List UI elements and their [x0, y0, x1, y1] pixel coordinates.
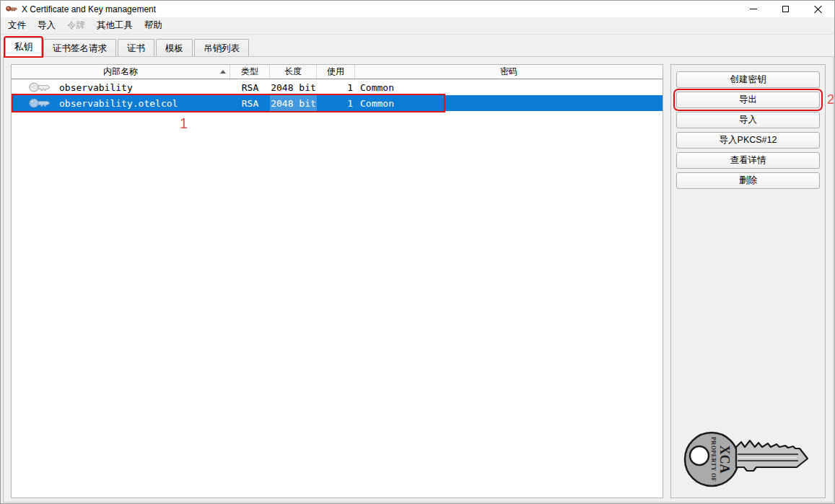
tab-templates[interactable]: 模板 — [156, 39, 193, 56]
key-type: RSA — [230, 79, 270, 95]
tab-csr[interactable]: 证书签名请求 — [43, 39, 116, 56]
blue-key-icon — [29, 98, 52, 108]
private-key-table: 内部名称 类型 长度 使用 密码 observability RSA 2048 … — [11, 64, 663, 498]
key-password: Common — [355, 95, 663, 111]
menu-item-help[interactable]: 帮助 — [139, 17, 168, 34]
header-internal-name-label: 内部名称 — [103, 66, 138, 78]
close-icon — [814, 5, 822, 13]
key-type: RSA — [230, 95, 270, 111]
delete-button[interactable]: 删除 — [676, 172, 820, 189]
window-controls — [737, 1, 834, 17]
app-key-icon — [6, 5, 17, 14]
key-name: observability.otelcol — [59, 98, 178, 109]
key-use-count: 1 — [317, 95, 355, 111]
annotation-label-2: 2 — [827, 92, 834, 107]
header-use[interactable]: 使用 — [317, 65, 355, 79]
maximize-button[interactable] — [769, 1, 802, 17]
tab-revocation-lists[interactable]: 吊销列表 — [194, 39, 249, 56]
silver-key-icon — [29, 82, 52, 92]
table-row-observability-otelcol[interactable]: observability.otelcol RSA 2048 bit 1 Com… — [12, 95, 663, 111]
tab-certificates[interactable]: 证书 — [118, 39, 154, 56]
header-type[interactable]: 类型 — [230, 65, 270, 79]
annotation-label-1: 1 — [180, 115, 188, 132]
tab-private-keys[interactable]: 私钥 — [5, 37, 42, 56]
import-pkcs12-button[interactable]: 导入PKCS#12 — [676, 132, 820, 149]
minimize-button[interactable] — [737, 1, 769, 17]
export-button[interactable]: 导出 — [676, 92, 820, 108]
menu-item-file[interactable]: 文件 — [2, 17, 32, 34]
menubar: 文件 导入 令牌 其他工具 帮助 — [1, 17, 834, 35]
close-button[interactable] — [802, 1, 834, 17]
menu-item-import[interactable]: 导入 — [32, 17, 61, 34]
header-length[interactable]: 长度 — [270, 65, 317, 79]
sort-ascending-icon — [220, 70, 226, 74]
menu-item-token: 令牌 — [61, 17, 91, 34]
key-length: 2048 bit — [270, 95, 317, 111]
key-name: observability — [59, 82, 133, 93]
import-button[interactable]: 导入 — [676, 112, 820, 128]
xca-key-logo: PROPERTY OF XCA — [683, 425, 813, 490]
maximize-icon — [782, 6, 789, 12]
logo-xca-text: XCA — [717, 446, 732, 474]
titlebar: X Certificate and Key management — [1, 1, 834, 17]
header-password[interactable]: 密码 — [355, 65, 663, 79]
table-header-row: 内部名称 类型 长度 使用 密码 — [12, 65, 663, 79]
menu-item-extra-tools[interactable]: 其他工具 — [91, 17, 139, 34]
tabbar: 私钥 证书签名请求 证书 模板 吊销列表 — [5, 38, 250, 56]
header-internal-name[interactable]: 内部名称 — [12, 65, 230, 79]
key-password: Common — [355, 79, 663, 95]
show-details-button[interactable]: 查看详情 — [676, 152, 820, 169]
table-row-observability[interactable]: observability RSA 2048 bit 1 Common — [12, 79, 663, 95]
minimize-icon — [750, 9, 757, 9]
key-use-count: 1 — [317, 79, 355, 95]
new-key-button[interactable]: 创建密钥 — [676, 71, 820, 88]
window-title: X Certificate and Key management — [22, 4, 156, 14]
logo-property-of-text: PROPERTY OF — [710, 437, 717, 482]
xca-window: { "window": { "title": "X Certificate an… — [0, 0, 835, 504]
action-panel: 创建密钥 导出 导入 导入PKCS#12 查看详情 删除 PROPERTY OF… — [670, 64, 826, 498]
key-length: 2048 bit — [270, 79, 317, 95]
